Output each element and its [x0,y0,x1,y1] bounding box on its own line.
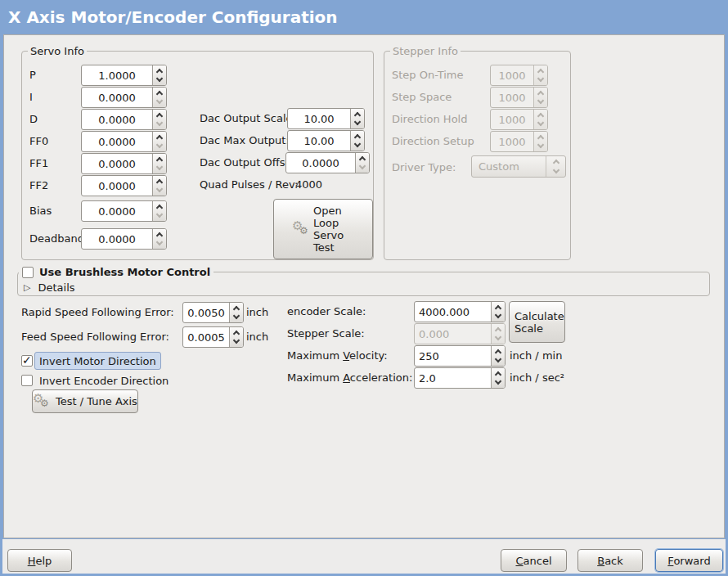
dac-max-output-input[interactable]: 10.00 [287,130,365,151]
direction-setup-value: 1000 [491,132,533,151]
maximum-velocity-input[interactable]: 250 [414,345,506,367]
direction-setup-input: 1000 [490,131,548,152]
chevron-down-icon[interactable] [156,239,163,245]
chevron-down-icon[interactable] [156,211,163,218]
chevron-down-icon[interactable] [156,75,163,82]
details-expander[interactable]: ▷ Details [24,281,75,294]
cancel-button[interactable]: Cancel [501,549,567,572]
dac-output-scale-input[interactable]: 10.00 [287,108,365,129]
step-on-time-value: 1000 [491,65,533,85]
maximum-acceleration-value: 2.0 [415,368,491,388]
ff1-spin-buttons[interactable] [152,154,166,173]
ff2-input[interactable]: 0.0000 [81,175,167,196]
p-spin-buttons[interactable] [152,65,166,85]
brushless-checkbox-row[interactable]: Use Brushless Motor Control [19,264,213,280]
combo-arrows-icon [546,156,565,177]
chevron-down-icon[interactable] [495,312,501,318]
dac-offset-spin-buttons[interactable] [355,153,369,173]
gears-icon: ⚙⚙ [292,218,313,240]
maximum-acceleration-unit: inch / sec² [510,367,564,389]
maximum-velocity-unit: inch / min [510,345,562,367]
dac-max-spin-buttons[interactable] [350,131,364,151]
maximum-velocity-label: Maximum Velocity: [287,345,388,367]
chevron-down-icon[interactable] [354,141,361,147]
bias-value: 0.0000 [82,201,152,221]
ff0-input[interactable]: 0.0000 [81,131,167,152]
feed-following-error-input[interactable]: 0.0005 [182,326,244,348]
calculate-scale-button[interactable]: Calculate Scale [509,301,565,343]
ff1-input[interactable]: 0.0000 [81,153,167,174]
stepper-scale-value: 0.000 [415,324,491,344]
maximum-velocity-value: 250 [415,346,491,366]
help-button[interactable]: Help [7,549,72,572]
ff2-spin-buttons[interactable] [152,176,166,196]
i-input[interactable]: 0.0000 [81,87,167,108]
invert-motor-checkbox[interactable]: ✓ [21,355,33,367]
i-spin-buttons[interactable] [152,88,166,107]
step-space-label: Step Space [392,87,452,108]
encoder-scale-input[interactable]: 4000.000 [414,301,506,322]
quad-pulses-value: 4000 [295,177,322,193]
quad-pulses-label: Quad Pulses / Rev: [200,177,298,193]
i-label: I [29,87,33,108]
expander-triangle-icon[interactable]: ▷ [24,282,30,293]
chevron-down-icon[interactable] [156,142,163,148]
test-tune-axis-button[interactable]: ⚙⚙ Test / Tune Axis [32,389,138,413]
chevron-down-icon[interactable] [495,356,501,362]
rapid-following-error-unit: inch [246,302,268,323]
page-title: X Axis Motor/Encoder Configuration [8,7,338,27]
chevron-down-icon[interactable] [359,163,366,169]
p-value: 1.0000 [82,65,152,85]
dac-output-scale-value: 10.00 [288,109,350,128]
calculate-scale-label: Calculate Scale [515,310,564,335]
ff0-spin-buttons[interactable] [152,132,166,151]
content-panel: Servo Info P I D FF0 FF1 FF2 Bias Deadba… [3,34,725,538]
chevron-down-icon[interactable] [156,164,163,170]
step-space-value: 1000 [491,88,533,107]
d-spin-buttons[interactable] [152,110,166,129]
d-input[interactable]: 0.0000 [81,109,167,130]
spin-buttons [533,88,547,107]
chevron-down-icon[interactable] [233,313,240,319]
invert-motor-label[interactable]: Invert Motor Direction [34,352,161,370]
spin-buttons[interactable] [491,302,505,322]
dac-scale-spin-buttons[interactable] [350,109,364,128]
deadband-spin-buttons[interactable] [152,229,166,249]
chevron-down-icon [495,334,501,340]
gears-icon: ⚙⚙ [33,391,54,412]
driver-type-value: Custom [472,160,546,173]
forward-button[interactable]: Forward [655,549,723,572]
forward-button-label: Forward [667,555,710,567]
spin-buttons [533,65,547,85]
chevron-down-icon[interactable] [156,119,163,126]
chevron-down-icon[interactable] [354,119,361,125]
chevron-down-icon[interactable] [233,337,240,344]
deadband-value: 0.0000 [82,229,152,249]
encoder-scale-value: 4000.000 [415,302,491,322]
bias-input[interactable]: 0.0000 [81,200,167,222]
spin-buttons[interactable] [491,368,505,388]
use-brushless-checkbox[interactable] [22,267,34,278]
driver-type-select: Custom [471,155,566,178]
rapid-following-error-label: Rapid Speed Following Error: [21,302,174,323]
dac-output-offset-value: 0.0000 [286,153,355,173]
dac-output-offset-input[interactable]: 0.0000 [285,152,370,173]
p-input[interactable]: 1.0000 [81,65,167,86]
rapid-following-error-input[interactable]: 0.0050 [182,302,244,323]
deadband-input[interactable]: 0.0000 [81,228,167,250]
use-brushless-label: Use Brushless Motor Control [39,266,210,278]
chevron-down-icon[interactable] [156,97,163,104]
spin-buttons[interactable] [491,346,505,366]
invert-encoder-checkbox[interactable] [21,375,33,386]
open-loop-servo-test-button[interactable]: ⚙⚙ Open Loop Servo Test [273,199,373,259]
spin-buttons[interactable] [229,303,243,322]
spin-buttons[interactable] [229,327,243,347]
chevron-down-icon[interactable] [495,378,501,385]
deadband-label: Deadband [29,228,84,250]
back-button[interactable]: Back [577,549,643,572]
maximum-acceleration-input[interactable]: 2.0 [414,367,506,389]
bias-label: Bias [29,200,52,222]
chevron-down-icon[interactable] [156,186,163,192]
stepper-scale-input: 0.000 [414,323,506,344]
bias-spin-buttons[interactable] [152,201,166,221]
